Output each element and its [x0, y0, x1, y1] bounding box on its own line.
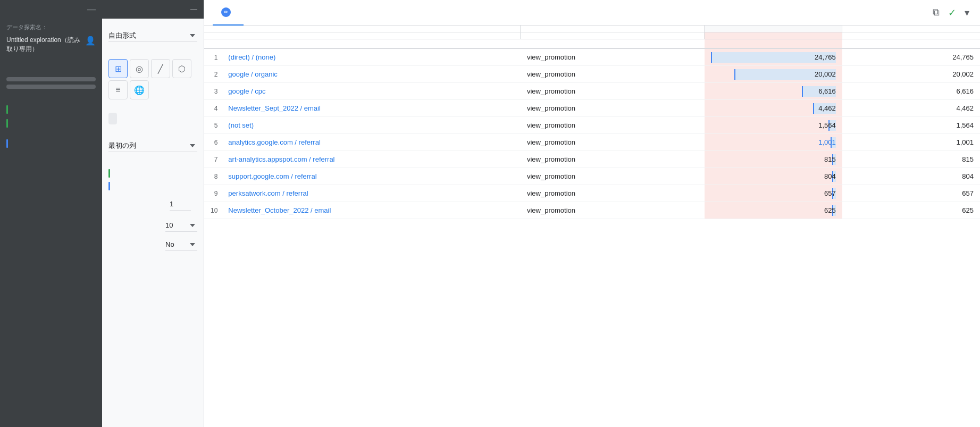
segment-section [0, 73, 102, 96]
cell-col1[interactable]: art-analytics.appspot.com / referral [222, 151, 521, 168]
check-circle-icon[interactable]: ✓ [946, 5, 958, 21]
th-col4[interactable] [842, 32, 980, 39]
row-dimension-event [102, 180, 204, 192]
rows-label [102, 158, 204, 167]
date-range [0, 58, 102, 66]
table-row: 10 Newsletter_October_2022 / email view_… [204, 202, 980, 219]
cell-col1[interactable]: (not set) [222, 117, 521, 134]
cell-col1[interactable]: google / cpc [222, 83, 521, 100]
viz-list-icon[interactable]: ≡ [108, 80, 128, 99]
nested-rows-select[interactable]: No [165, 238, 197, 251]
cell-total: 20,002 [842, 66, 980, 83]
data-table-container: 1 (direct) / (none) view_promotion 24,76… [204, 26, 980, 427]
cell-non-purchasers: 657 [705, 185, 842, 202]
cell-col1[interactable]: Newsletter_October_2022 / email [222, 202, 521, 219]
technique-label [102, 19, 204, 27]
row-green-bar [108, 169, 110, 178]
viz-node-icon[interactable]: ⬡ [172, 59, 191, 78]
cell-num: 2 [204, 66, 222, 83]
cell-col1[interactable]: perksatwork.com / referral [222, 185, 521, 202]
pivot-select[interactable]: 最初の列 [108, 139, 197, 152]
cell-num: 9 [204, 185, 222, 202]
cell-total: 657 [842, 185, 980, 202]
cell-num: 6 [204, 134, 222, 151]
cell-total: 804 [842, 168, 980, 185]
segment-label [0, 66, 102, 73]
th-empty [204, 26, 521, 32]
cell-num: 1 [204, 48, 222, 66]
cell-non-purchasers: 1,001 [705, 134, 842, 151]
th-col3[interactable] [705, 32, 842, 39]
first-row-row [102, 192, 204, 216]
cell-col2: view_promotion [521, 151, 705, 168]
green-bar-icon-2 [6, 119, 8, 128]
cell-col1[interactable]: analytics.google.com / referral [222, 134, 521, 151]
table-header-row-2 [204, 32, 980, 39]
table-row: 8 support.google.com / referral view_pro… [204, 168, 980, 185]
segment-comparison [102, 114, 204, 129]
segment-comparison-tag[interactable] [108, 113, 117, 124]
dimension-event-name[interactable] [0, 116, 102, 130]
cell-num: 4 [204, 100, 222, 117]
cell-num: 5 [204, 117, 222, 134]
cell-col1[interactable]: google / organic [222, 66, 521, 83]
left-panel-minimize[interactable]: — [87, 5, 96, 14]
first-row-input[interactable] [170, 198, 191, 211]
table-row: 9 perksatwork.com / referral view_promot… [204, 185, 980, 202]
display-rows-row: 10 [102, 216, 204, 235]
cell-col2: view_promotion [521, 48, 705, 66]
nested-rows-row: No [102, 235, 204, 254]
copy-icon[interactable]: ⧉ [931, 5, 942, 20]
total-total [842, 39, 980, 49]
cell-col2: view_promotion [521, 185, 705, 202]
viz-globe-icon[interactable]: 🌐 [130, 80, 149, 99]
cell-col2: view_promotion [521, 66, 705, 83]
technique-select[interactable]: 自由形式 [108, 29, 197, 42]
metric-label [0, 130, 102, 137]
middle-panel-header: — [102, 0, 204, 19]
table-row: 5 (not set) view_promotion 1,564 1,564 [204, 117, 980, 134]
cell-num: 8 [204, 168, 222, 185]
right-panel: ✏ ⧉ ✓ ▾ [204, 0, 980, 427]
cell-non-purchasers: 24,765 [705, 48, 842, 66]
cell-col2: view_promotion [521, 202, 705, 219]
cell-total: 1,564 [842, 117, 980, 134]
cell-total: 24,765 [842, 48, 980, 66]
total-non-purchasers [705, 39, 842, 49]
table-row: 2 google / organic view_promotion 20,002… [204, 66, 980, 83]
cell-non-purchasers: 804 [705, 168, 842, 185]
table-header-row-1 [204, 26, 980, 32]
tab-actions: ⧉ ✓ ▾ [931, 5, 971, 21]
data-exploration-label: データ探索名： [0, 19, 102, 34]
cell-col1[interactable]: (direct) / (none) [222, 48, 521, 66]
table-row: 1 (direct) / (none) view_promotion 24,76… [204, 48, 980, 66]
viz-table-icon[interactable]: ⊞ [108, 59, 128, 78]
dimension-session-ref[interactable] [0, 103, 102, 116]
exploration-name-text: Untitled exploration（読み取り専用） [6, 36, 82, 54]
cell-col2: view_promotion [521, 117, 705, 134]
table-row: 7 art-analytics.appspot.com / referral v… [204, 151, 980, 168]
cell-total: 625 [842, 202, 980, 219]
middle-panel-minimize[interactable]: — [190, 5, 197, 13]
data-exploration-name: Untitled exploration（読み取り専用） 👤 [0, 34, 102, 58]
cell-col1[interactable]: support.google.com / referral [222, 168, 521, 185]
viz-line-icon[interactable]: ╱ [151, 59, 170, 78]
th-col1[interactable] [222, 32, 521, 39]
viz-pie-icon[interactable]: ◎ [130, 59, 149, 78]
cell-total: 4,462 [842, 100, 980, 117]
metric-session[interactable] [0, 137, 102, 150]
middle-panel: — 自由形式 ⊞ ◎ ╱ ⬡ ≡ 🌐 最初の列 10 [102, 0, 204, 427]
segment-non-purchasers[interactable] [6, 85, 96, 89]
display-rows-select[interactable]: 10 [165, 219, 197, 232]
dropdown-icon[interactable]: ▾ [962, 5, 971, 21]
th-segment-group [521, 26, 705, 32]
cell-non-purchasers: 20,002 [705, 66, 842, 83]
segment-untitled[interactable] [6, 77, 96, 81]
blue-bar-icon [6, 139, 8, 148]
cell-col2: view_promotion [521, 168, 705, 185]
viz-icons: ⊞ ◎ ╱ ⬡ ≡ 🌐 [102, 57, 204, 106]
tab-free-form-1[interactable]: ✏ [213, 0, 244, 26]
table-row: 3 google / cpc view_promotion 6,616 6,61… [204, 83, 980, 100]
cell-col1[interactable]: Newsletter_Sept_2022 / email [222, 100, 521, 117]
th-col2[interactable] [521, 32, 705, 39]
